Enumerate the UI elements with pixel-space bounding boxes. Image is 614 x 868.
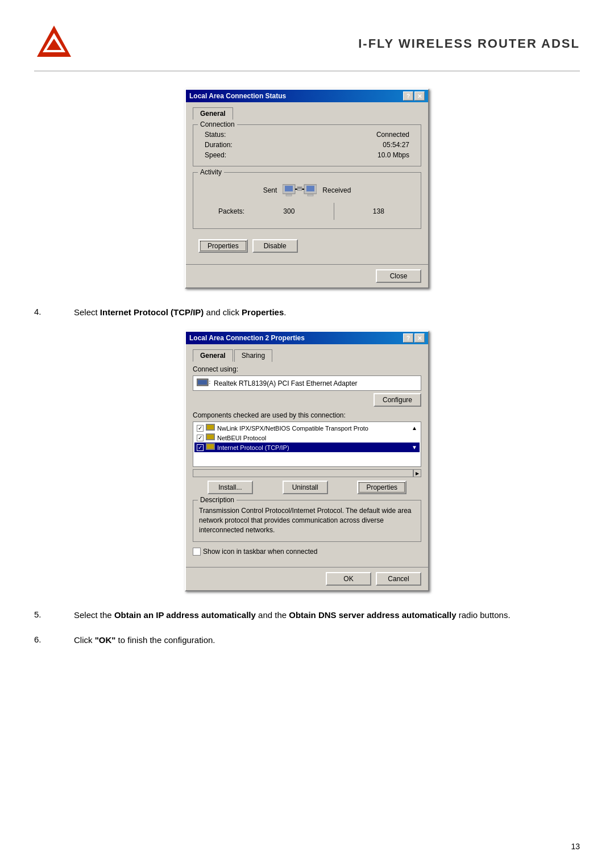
page-number: 13 (571, 842, 580, 851)
step4-bold2: Properties (242, 307, 284, 317)
svg-rect-19 (207, 435, 214, 439)
svg-rect-17 (207, 425, 214, 429)
dialog1-body: General Connection Status: Connected Dur… (186, 102, 428, 264)
duration-label: Duration: (205, 141, 233, 149)
component-item-tcpip[interactable]: ✓ Internet Protocol (TCP/IP) ▼ (194, 443, 420, 452)
speed-label: Speed: (205, 151, 226, 159)
tab-general-2[interactable]: General (193, 349, 233, 362)
received-label: Received (322, 186, 351, 194)
step5-bold1: Obtain an IP address automatically (114, 610, 256, 620)
duration-value: 05:54:27 (383, 141, 409, 149)
svg-rect-4 (285, 186, 293, 191)
component-name-tcpip: Internet Protocol (TCP/IP) (217, 444, 289, 451)
step4-mid: and click (204, 307, 242, 317)
activity-group-label: Activity (198, 168, 224, 176)
packets-row: Packets: 300 138 (199, 203, 415, 220)
network-icon (283, 180, 317, 201)
component-name-ipx: NwLink IPX/SPX/NetBIOS Compatible Transp… (217, 425, 368, 432)
adapter-row: Realtek RTL8139(A) PCI Fast Ethernet Ada… (193, 375, 421, 391)
ok-button[interactable]: OK (326, 572, 371, 586)
step4-prefix: Select (74, 307, 100, 317)
configure-btn-row: Configure (193, 393, 421, 407)
svg-rect-21 (207, 444, 214, 449)
step-5: 5. Select the Obtain an IP address autom… (34, 608, 580, 622)
adapter-icon (197, 378, 210, 389)
svg-rect-11 (298, 187, 301, 189)
sent-received-row: Sent (263, 180, 351, 201)
horizontal-scrollbar: ▶ (193, 469, 421, 477)
taskbar-label: Show icon in taskbar when connected (203, 548, 317, 556)
components-section: Components checked are used by this conn… (193, 411, 421, 477)
install-button[interactable]: Install... (208, 481, 253, 494)
dialog1-titlebar: Local Area Connection Status ? ✕ (186, 90, 428, 102)
cancel-button[interactable]: Cancel (376, 572, 421, 586)
step-5-number: 5. (34, 608, 74, 621)
close-button-2[interactable]: ✕ (414, 333, 425, 343)
dialog-connection-properties: Local Area Connection 2 Properties ? ✕ G… (185, 331, 429, 591)
scroll-arrow-up[interactable]: ▲ (412, 425, 417, 431)
packets-label: Packets: (218, 207, 244, 215)
tab-bar-2: General Sharing (193, 349, 421, 361)
status-label: Status: (205, 131, 226, 139)
step-6-number: 6. (34, 633, 74, 646)
tab-general-1[interactable]: General (193, 107, 233, 120)
checkbox-netbeui[interactable]: ✓ (197, 435, 204, 441)
dialog-connection-status: Local Area Connection Status ? ✕ General… (185, 89, 429, 289)
status-value: Connected (376, 131, 409, 139)
svg-rect-8 (308, 194, 313, 196)
activity-group: Activity Sent (193, 172, 421, 229)
properties-button-2[interactable]: Properties (357, 481, 406, 494)
uninstall-button[interactable]: Uninstall (283, 481, 328, 494)
svg-rect-5 (286, 194, 292, 196)
components-label: Components checked are used by this conn… (193, 411, 421, 419)
help-button-2[interactable]: ? (403, 333, 413, 343)
svg-rect-13 (198, 380, 207, 385)
packets-divider (334, 203, 334, 220)
tab-bar-1: General (193, 107, 421, 119)
scroll-arrow-down[interactable]: ▼ (412, 444, 417, 450)
help-button-1[interactable]: ? (403, 91, 413, 101)
component-item-ipx: ✓ NwLink IPX/SPX/NetBIOS Compatible Tran… (194, 423, 420, 433)
step4-bold1: Internet Protocol (TCP/IP) (100, 307, 204, 317)
step-6-text: Click "OK" to finish the configuration. (74, 633, 580, 647)
hscroll-btn[interactable]: ▶ (413, 469, 421, 477)
titlebar-controls-1: ? ✕ (403, 91, 425, 101)
step5-bold2: Obtain DNS server address automatically (289, 610, 456, 620)
received-count: 138 (362, 207, 396, 215)
dialog1-title: Local Area Connection Status (189, 92, 286, 100)
properties-button-1[interactable]: Properties (198, 239, 248, 253)
step6-prefix: Click (74, 635, 95, 645)
dialog2-titlebar: Local Area Connection 2 Properties ? ✕ (186, 332, 428, 344)
step6-bold1: "OK" (95, 635, 116, 645)
description-group-label: Description (198, 496, 237, 504)
step5-mid: and the (256, 610, 289, 620)
step-6: 6. Click "OK" to finish the configuratio… (34, 633, 580, 647)
page-header: I-FLY WIRELESS ROUTER ADSL (34, 23, 580, 72)
status-row: Status: Connected (199, 130, 415, 140)
connection-group-label: Connection (198, 120, 237, 128)
step-4-text: Select Internet Protocol (TCP/IP) and cl… (74, 306, 580, 319)
components-list: ✓ NwLink IPX/SPX/NetBIOS Compatible Tran… (193, 422, 421, 467)
step5-end: radio buttons. (457, 610, 511, 620)
taskbar-checkbox[interactable] (193, 548, 201, 556)
close-button-1[interactable]: ✕ (414, 91, 425, 101)
step-5-text: Select the Obtain an IP address automati… (74, 608, 580, 622)
configure-button[interactable]: Configure (374, 393, 421, 407)
install-buttons-row: Install... Uninstall Properties (193, 481, 421, 494)
connection-group: Connection Status: Connected Duration: 0… (193, 124, 421, 166)
hscroll-track[interactable] (193, 469, 413, 477)
component-item-netbeui: ✓ NetBEUI Protocol (194, 433, 420, 443)
checkbox-ipx[interactable]: ✓ (197, 425, 204, 432)
dialog2-body: General Sharing Connect using: Real (186, 344, 428, 567)
svg-rect-15 (208, 383, 210, 384)
close-button[interactable]: Close (376, 269, 421, 283)
svg-rect-14 (208, 381, 210, 382)
connect-using-section: Connect using: Realtek RTL8139(A) PCI Fa… (193, 365, 421, 407)
tab-sharing[interactable]: Sharing (234, 349, 272, 362)
adapter-name: Realtek RTL8139(A) PCI Fast Ethernet Ada… (214, 379, 358, 387)
step5-text: Select the (74, 610, 114, 620)
disable-button[interactable]: Disable (252, 239, 298, 253)
checkbox-tcpip[interactable]: ✓ (197, 444, 204, 451)
description-text: Transmission Control Protocol/Internet P… (199, 505, 415, 536)
step-4-number: 4. (34, 306, 74, 319)
